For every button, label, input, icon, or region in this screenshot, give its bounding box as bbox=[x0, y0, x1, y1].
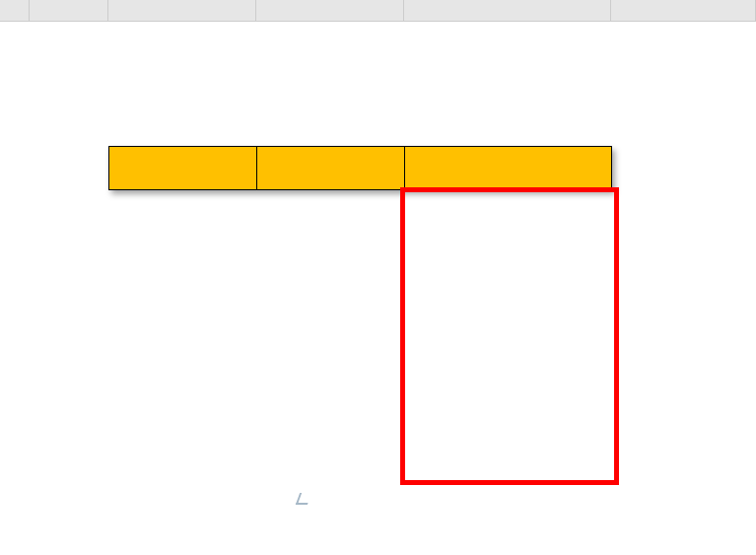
select-all-corner[interactable] bbox=[0, 0, 30, 22]
col-header-E[interactable] bbox=[611, 0, 756, 22]
header-sales[interactable] bbox=[405, 147, 612, 190]
header-product[interactable] bbox=[109, 147, 257, 190]
column-header-row bbox=[0, 0, 756, 22]
data-table bbox=[108, 146, 612, 190]
table-header-row bbox=[109, 147, 612, 190]
watermark-logo bbox=[296, 491, 319, 505]
col-header-C[interactable] bbox=[256, 0, 404, 22]
col-header-A[interactable] bbox=[30, 0, 108, 22]
selection-highlight bbox=[400, 187, 619, 485]
col-header-D[interactable] bbox=[404, 0, 611, 22]
col-header-B[interactable] bbox=[108, 0, 256, 22]
header-person[interactable] bbox=[257, 147, 405, 190]
spreadsheet-grid bbox=[0, 0, 756, 555]
page-title bbox=[108, 69, 611, 116]
logo-icon bbox=[296, 491, 313, 505]
